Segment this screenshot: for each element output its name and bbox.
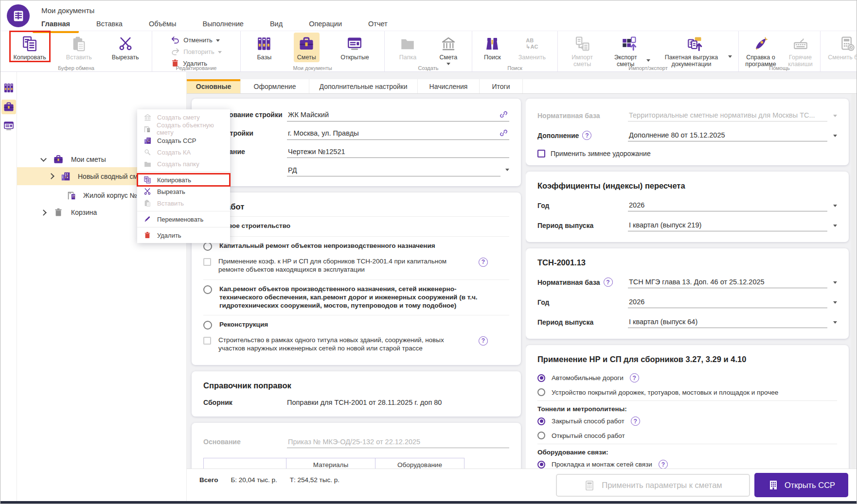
- import-estimate-button[interactable]: Импорт сметы: [561, 33, 604, 70]
- tab-itogi[interactable]: Итоги: [480, 79, 523, 93]
- tsn-release-period-select[interactable]: I квартал (выпуск 64): [628, 316, 827, 328]
- export-dropdown-icon[interactable]: [646, 59, 650, 64]
- help-icon[interactable]: ?: [630, 373, 639, 382]
- radio-icon[interactable]: [537, 461, 545, 469]
- radio-option-reconstruction[interactable]: Реконструкция: [203, 317, 509, 333]
- menu-item-create-folder[interactable]: Создать папку: [137, 158, 230, 170]
- tsn-year-select[interactable]: 2026: [628, 296, 827, 308]
- help-icon[interactable]: ?: [479, 336, 488, 346]
- chevron-down-icon[interactable]: [833, 225, 837, 229]
- radio-option-open-method[interactable]: Открытый способ работ: [537, 429, 837, 442]
- undo-dropdown-icon[interactable]: [216, 39, 220, 44]
- menu-item-copy[interactable]: Копировать: [137, 174, 230, 186]
- radio-icon[interactable]: [537, 417, 545, 425]
- tsn-normative-base-select[interactable]: ТСН МГЭ глава 13. Доп. 46 от 25.12.2025: [628, 276, 827, 288]
- checkbox-icon[interactable]: [203, 258, 211, 266]
- batch-export-button[interactable]: Пакетная выгрузка документации: [654, 33, 735, 70]
- winter-cost-checkbox-row[interactable]: Применить зимнее удорожание: [537, 145, 837, 158]
- tab-osnovnye[interactable]: Основные: [187, 79, 241, 93]
- menu-item-paste[interactable]: Вставить: [137, 197, 230, 209]
- checkbox-icon[interactable]: [203, 337, 211, 345]
- bases-button[interactable]: Базы: [252, 33, 276, 62]
- redo-dropdown-icon[interactable]: [218, 51, 222, 55]
- apply-parameters-button[interactable]: Применить параметры к сметам: [556, 474, 750, 497]
- create-folder-button[interactable]: Папка: [396, 33, 420, 62]
- radio-icon[interactable]: [203, 321, 212, 330]
- scissors-icon: [118, 35, 133, 52]
- rail-opened-button[interactable]: [1, 119, 16, 133]
- open-ssr-button[interactable]: Открыть ССР: [754, 473, 848, 497]
- note-input[interactable]: Чертежи №12521: [287, 146, 509, 158]
- construction-name-input[interactable]: ЖК Майский: [287, 108, 509, 122]
- change-base-button[interactable]: Сменить базу: [824, 33, 857, 62]
- chevron-right-icon[interactable]: [40, 209, 47, 216]
- radio-option-auto-roads[interactable]: Автомобильные дороги ?: [537, 370, 837, 385]
- search-button[interactable]: Поиск: [481, 33, 504, 62]
- radio-icon[interactable]: [537, 374, 545, 382]
- hotkeys-button[interactable]: Горячие клавиши: [782, 33, 819, 70]
- cut-button[interactable]: Вырезать: [108, 33, 143, 62]
- radio-option-capital-repair[interactable]: Капитальный ремонт объектов непроизводст…: [203, 239, 509, 254]
- menu-item-cut[interactable]: Вырезать: [137, 186, 230, 197]
- create-estimate-button[interactable]: Смета: [436, 33, 461, 69]
- ssr-icon: [143, 136, 152, 145]
- radio-option-industrial-repair[interactable]: Кап.ремонт объектов производственного на…: [203, 282, 509, 313]
- normative-base-select[interactable]: Территориальные сметные нормативы для Мо…: [628, 109, 827, 122]
- help-icon[interactable]: ?: [582, 131, 591, 140]
- help-icon[interactable]: ?: [659, 460, 668, 469]
- batch-export-dropdown-icon[interactable]: [728, 55, 732, 60]
- menu-item-rename[interactable]: Переименовать: [137, 213, 230, 225]
- tab-nachisleniya[interactable]: Начисления: [418, 79, 480, 93]
- checkbox-icon[interactable]: [537, 150, 545, 157]
- copy-button[interactable]: Копировать: [10, 33, 50, 62]
- radio-icon[interactable]: [203, 242, 212, 251]
- export-estimate-button[interactable]: Экспорт сметы: [604, 33, 654, 70]
- supplement-select[interactable]: Дополнение 80 от 15.12.2025: [628, 129, 827, 141]
- about-button[interactable]: Справка о программе: [740, 33, 782, 70]
- undo-button[interactable]: Отменить: [171, 35, 221, 45]
- radio-option-new-construction[interactable]: Новое строительство: [203, 219, 509, 234]
- year-select[interactable]: 2026: [628, 199, 827, 211]
- rail-estimates-button[interactable]: [1, 100, 16, 114]
- replace-button[interactable]: AB↳AC Заменить: [515, 33, 549, 62]
- checkbox-option-single-title[interactable]: Строительство в рамках одного титула нов…: [203, 333, 509, 356]
- vertical-scrollbar[interactable]: [851, 94, 856, 469]
- menu-item-create-ka[interactable]: Создать КА: [137, 146, 230, 158]
- chevron-down-icon[interactable]: [505, 169, 509, 173]
- tab-dop-nastroyki[interactable]: Дополнительные настройки: [309, 79, 418, 93]
- radio-option-pavements[interactable]: Устройство покрытий дорожек, тротуаров, …: [537, 385, 837, 399]
- address-input[interactable]: г. Москва, ул. Правды: [287, 126, 509, 140]
- link-icon[interactable]: [499, 110, 508, 119]
- release-period-select[interactable]: I квартал (выпуск 219): [628, 219, 827, 231]
- radio-icon[interactable]: [203, 285, 212, 294]
- chevron-down-icon[interactable]: [40, 156, 47, 162]
- stage-select[interactable]: РД: [287, 164, 500, 176]
- radio-icon[interactable]: [537, 432, 545, 439]
- help-icon[interactable]: ?: [604, 278, 613, 287]
- menu-item-delete[interactable]: Удалить: [137, 229, 230, 241]
- rail-bases-button[interactable]: [1, 81, 16, 95]
- chevron-down-icon[interactable]: [833, 135, 837, 139]
- estimates-button[interactable]: Сметы: [294, 33, 320, 62]
- radio-icon[interactable]: [537, 388, 545, 396]
- checkbox-option-nr-sp-coef[interactable]: Применение коэф. к НР и СП для сборников…: [203, 254, 509, 278]
- redo-button[interactable]: Повторить: [171, 47, 221, 56]
- chevron-down-icon[interactable]: [833, 205, 837, 209]
- menu-item-create-ssr[interactable]: Создать ССР: [137, 135, 230, 146]
- basis-input[interactable]: Приказ № МКЭ-ОД/25-132 от 22.12.2025: [287, 436, 509, 448]
- radio-option-networks[interactable]: Прокладка и монтаж сетей связи ?: [537, 457, 837, 469]
- help-icon[interactable]: ?: [479, 258, 488, 267]
- opened-button[interactable]: Открытые: [337, 33, 373, 62]
- radio-option-closed-method[interactable]: Закрытый способ работ ?: [537, 414, 837, 429]
- menu-item-create-object-estimate[interactable]: Создать объектную смету: [137, 123, 230, 135]
- paste-button[interactable]: Вставить: [63, 33, 95, 62]
- chevron-right-icon[interactable]: [48, 173, 54, 179]
- redo-icon: [171, 47, 180, 56]
- help-icon[interactable]: ?: [631, 417, 640, 426]
- tab-oformlenie[interactable]: Оформление: [241, 79, 309, 93]
- chevron-down-icon[interactable]: [833, 115, 837, 119]
- link-icon[interactable]: [499, 128, 508, 138]
- chevron-down-icon[interactable]: [833, 301, 837, 306]
- chevron-down-icon[interactable]: [833, 321, 837, 326]
- chevron-down-icon[interactable]: [833, 281, 837, 286]
